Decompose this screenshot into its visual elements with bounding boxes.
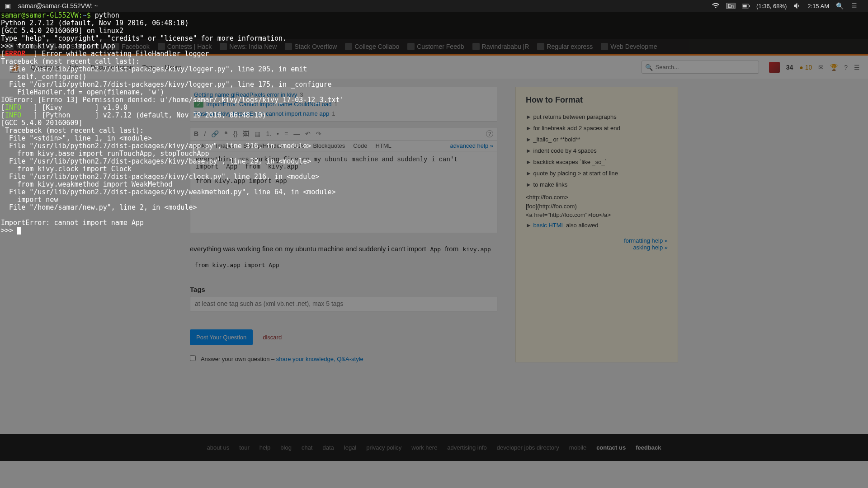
site-icon [407, 43, 415, 50]
so-footer: about us tour help blog chat data legal … [0, 434, 868, 461]
format-link-examples: <http://foo.com> [foo](http://foo.com) <… [526, 193, 668, 220]
submit-row: Post Your Question discard [190, 311, 497, 345]
volume-icon[interactable] [793, 2, 801, 10]
advanced-help-link[interactable]: advanced help » [450, 142, 493, 149]
menubar-left: ▣ samar@samar-GL552VW: ~ [4, 2, 98, 10]
bookmark-regex[interactable]: Regular express [537, 43, 593, 50]
discard-link[interactable]: discard [263, 334, 282, 341]
input-lang-indicator[interactable]: En [726, 3, 736, 9]
svg-rect-2 [743, 5, 747, 7]
footer-link[interactable]: about us [207, 444, 229, 451]
footer-link[interactable]: tour [239, 444, 249, 451]
user-area: 34 ● 10 ✉ 🏆 ? ☰ [769, 62, 860, 73]
clock[interactable]: 2:15 AM [807, 3, 829, 9]
footer-link[interactable]: contact us [596, 444, 626, 451]
answer-own-row: Answer your own question – share your kn… [190, 355, 497, 362]
site-icon [601, 43, 608, 50]
bookmark-customer[interactable]: Customer Feedb [407, 43, 464, 50]
answer-own-checkbox[interactable] [190, 355, 196, 361]
inbox-icon[interactable]: ✉ [818, 64, 824, 71]
footer-link[interactable]: mobile [569, 444, 586, 451]
fmt-item: basic HTML also allowed [526, 220, 668, 231]
format-list-2: basic HTML also allowed [526, 220, 668, 231]
tab-html[interactable]: HTML [375, 142, 391, 149]
fmt-item: _italic_ or **bold** [526, 134, 668, 145]
bronze-badge: ● 10 [799, 64, 812, 71]
fmt-item: quote by placing > at start of line [526, 168, 668, 179]
svg-rect-1 [749, 5, 750, 7]
preview: everything was working fine on my ubuntu… [190, 244, 497, 272]
how-to-format-panel: How to Format put returns between paragr… [515, 87, 678, 362]
site-icon [537, 43, 544, 50]
reputation: 34 [786, 64, 793, 71]
basic-html-link[interactable]: basic HTML [533, 222, 564, 229]
achievements-icon[interactable]: 🏆 [830, 64, 838, 71]
post-question-button[interactable]: Post Your Question [190, 329, 253, 345]
answer-own-link[interactable]: share your knowledge, Q&A-style [276, 356, 363, 362]
format-title: How to Format [526, 95, 668, 105]
window-title: samar@samar-GL552VW: ~ [18, 2, 98, 9]
search-input[interactable] [642, 61, 759, 74]
format-help-links: formatting help » asking help » [526, 237, 668, 251]
fmt-item: indent code by 4 spaces [526, 145, 668, 156]
site-switcher-icon[interactable]: ☰ [854, 64, 860, 71]
battery-text: (1:36, 68%) [756, 3, 787, 9]
battery-icon[interactable] [742, 2, 750, 10]
tab-code[interactable]: Code [353, 142, 367, 149]
menubar-right: En (1:36, 68%) 2:15 AM 🔍 ☰ [712, 2, 864, 10]
editor-help-icon[interactable]: ? [486, 130, 493, 137]
terminal-cursor [17, 227, 21, 235]
macos-menubar: ▣ samar@samar-GL552VW: ~ En (1:36, 68%) … [0, 0, 868, 12]
help-icon[interactable]: ? [844, 64, 848, 71]
bookmark-ravindra[interactable]: Ravindrababu |R [472, 43, 529, 50]
bookmark-college[interactable]: College Collabo [345, 43, 399, 50]
search-box: 🔍 [642, 61, 759, 74]
footer-link[interactable]: privacy policy [366, 444, 401, 451]
footer-link[interactable]: data [322, 444, 334, 451]
footer-link[interactable]: feedback [636, 444, 661, 451]
footer-link[interactable]: work here [411, 444, 437, 451]
site-icon [472, 43, 480, 50]
footer-link[interactable]: chat [302, 444, 313, 451]
spotlight-icon[interactable]: 🔍 [835, 2, 844, 10]
terminal-app-icon[interactable]: ▣ [4, 2, 12, 10]
search-icon: 🔍 [645, 64, 653, 71]
tags-label: Tags [190, 286, 497, 293]
footer-link[interactable]: developer jobs directory [497, 444, 559, 451]
fmt-item: put returns between paragraphs [526, 111, 668, 122]
preview-codeblock: from kivy.app import App [190, 258, 497, 272]
wifi-icon[interactable] [712, 2, 720, 10]
formatting-help-link[interactable]: formatting help » [526, 237, 668, 244]
menu-extra-icon[interactable]: ☰ [850, 2, 858, 10]
footer-link[interactable]: help [259, 444, 271, 451]
site-icon [345, 43, 352, 50]
fmt-item: backtick escapes `like _so_` [526, 156, 668, 168]
footer-link[interactable]: legal [344, 444, 356, 451]
bookmark-webdev[interactable]: Web Developme [601, 43, 657, 50]
fmt-item: to make links [526, 179, 668, 190]
avatar[interactable] [769, 62, 780, 73]
footer-link[interactable]: advertising info [447, 444, 486, 451]
tags-input[interactable] [190, 296, 497, 311]
fmt-item: for linebreak add 2 spaces at end [526, 122, 668, 134]
format-list: put returns between paragraphs for lineb… [526, 111, 668, 190]
footer-link[interactable]: blog [280, 444, 292, 451]
asking-help-link[interactable]: asking help » [526, 244, 668, 251]
terminal-output[interactable]: samar@samar-GL552VW:~$ python Python 2.7… [1, 12, 344, 235]
